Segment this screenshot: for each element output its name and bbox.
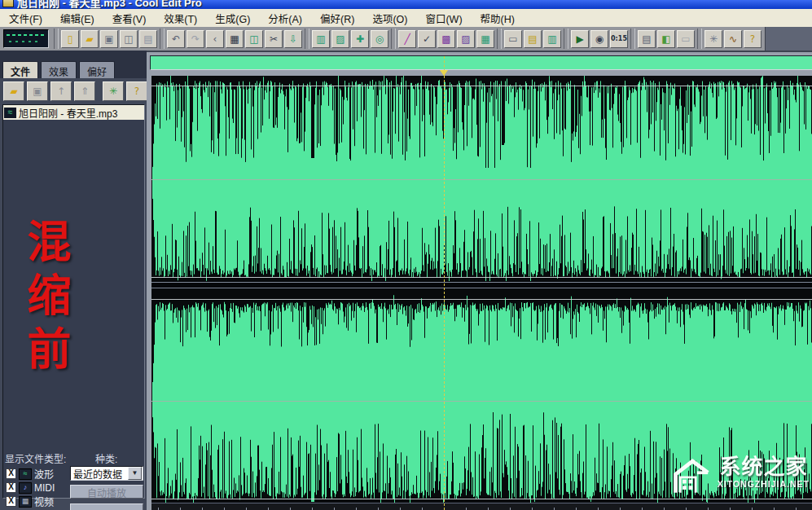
copy-button[interactable]: ◫	[245, 30, 263, 48]
save-as-button[interactable]: ◫	[120, 30, 138, 48]
window-title: 旭日阳刚 - 春天里.mp3 - Cool Edit Pro	[17, 0, 202, 9]
spectral-view-button[interactable]: ▩	[437, 30, 455, 48]
save-button[interactable]: ▣	[100, 30, 118, 48]
waveform-view-button[interactable]: ▦	[476, 30, 494, 48]
sort-selected-value: 最近的数据	[71, 467, 128, 481]
menu-bar: 文件(F)编辑(E)查看(V)效果(T)生成(G)分析(A)偏好(R)选项(O)…	[0, 9, 812, 28]
toolbar-separator	[160, 29, 165, 49]
waveform-icon: ≈	[19, 468, 32, 480]
filetype-label: MIDI	[34, 482, 55, 494]
toolbar-separator	[305, 29, 309, 49]
scripts-button[interactable]: ∿	[724, 30, 742, 48]
midi-icon: ♪	[19, 482, 32, 494]
find-beats-button[interactable]: ◎	[371, 30, 388, 48]
open-file-button[interactable]: ▰	[3, 81, 24, 101]
filetype-label: 波形	[34, 467, 54, 481]
filetypes-label: 显示文件类型:	[5, 451, 66, 465]
menu-item-2[interactable]: 查看(V)	[103, 9, 156, 28]
menu-item-0[interactable]: 文件(F)	[0, 9, 51, 28]
play-button[interactable]: ▶	[571, 30, 589, 48]
pencil-edit-button[interactable]: ╱	[398, 30, 416, 48]
options-button[interactable]: ✳	[103, 81, 124, 101]
repeat-last-button[interactable]: ‹	[206, 30, 224, 48]
menu-item-7[interactable]: 选项(O)	[363, 9, 416, 28]
paste-new-button[interactable]: ▥	[312, 30, 330, 48]
waveform-editor	[147, 51, 812, 510]
file-list-item[interactable]: ≈旭日阳刚 - 春天里.mp3	[3, 105, 144, 120]
selection-mode-button[interactable]: ✓	[418, 30, 436, 48]
help-button[interactable]: ?	[744, 30, 762, 48]
title-bar[interactable]: 旭日阳刚 - 春天里.mp3 - Cool Edit Pro	[0, 0, 812, 9]
cue-list-button[interactable]: ▭	[504, 30, 522, 48]
waveform-file-icon: ≈	[4, 108, 16, 118]
cut-button[interactable]: ✂	[265, 30, 283, 48]
toolbar-separator	[630, 29, 635, 49]
play-list-button[interactable]: ▥	[543, 30, 561, 48]
checkbox-MIDI[interactable]: X	[6, 482, 16, 493]
toolbar-separator	[697, 29, 702, 49]
toolbar-separator	[391, 29, 396, 49]
organizer-tabs: 文件效果偏好	[0, 51, 147, 78]
settings-button[interactable]: ✳	[704, 30, 722, 48]
file-list[interactable]: ≈旭日阳刚 - 春天里.mp3	[2, 104, 145, 499]
menu-item-1[interactable]: 编辑(E)	[51, 9, 103, 28]
filetype-row-视频: X▦视频	[6, 495, 55, 508]
overview-bar[interactable]	[150, 55, 812, 70]
video-icon: ▦	[19, 496, 32, 508]
timer-button[interactable]: 0:15	[610, 30, 628, 48]
levels-button[interactable]: ◧	[657, 30, 675, 48]
menu-item-5[interactable]: 分析(A)	[259, 9, 311, 28]
checkbox-波形[interactable]: X	[6, 468, 16, 479]
new-file-button[interactable]: ▯	[61, 30, 79, 48]
filetype-checkboxes: X≈波形X♪MIDIX▦视频	[6, 467, 55, 508]
file-name-label: 旭日阳刚 - 春天里.mp3	[19, 106, 117, 120]
tab-文件[interactable]: 文件	[2, 61, 38, 78]
waveform-canvas[interactable]	[151, 76, 812, 510]
autoplay-button[interactable]: 自动播放	[70, 485, 143, 499]
redo-button[interactable]: ↷	[187, 30, 204, 48]
filetype-label: 视频	[34, 495, 54, 508]
toolbar-separator	[564, 29, 568, 49]
trim-button[interactable]: ▦	[226, 30, 244, 48]
tab-偏好[interactable]: 偏好	[79, 61, 115, 78]
phase-view-button[interactable]: ▨	[457, 30, 475, 48]
sort-label: 种类:	[95, 451, 117, 465]
toolbar-separator	[54, 29, 59, 49]
chevron-down-icon[interactable]: ▼	[128, 467, 142, 480]
organizer-panel: 文件效果偏好 ▰▣↑⇑✳? ≈旭日阳刚 - 春天里.mp3 混缩前 显示文件类型…	[0, 51, 147, 510]
menu-item-3[interactable]: 效果(T)	[155, 9, 206, 28]
filetype-row-MIDI: X♪MIDI	[6, 481, 55, 495]
menu-item-4[interactable]: 生成(G)	[206, 9, 259, 28]
close-file-button: ▣	[27, 81, 48, 101]
menu-item-8[interactable]: 窗口(W)	[416, 9, 471, 28]
playhead-marker[interactable]	[440, 70, 448, 76]
zoom-button[interactable]: ◉	[590, 30, 608, 48]
toolbar-separator	[497, 29, 502, 49]
level-meter-widget[interactable]	[3, 29, 49, 48]
paste-button[interactable]: ⇩	[284, 30, 302, 48]
blank-window-button[interactable]: ▭	[677, 30, 695, 48]
save-selection-button[interactable]: ▤	[139, 30, 157, 48]
tab-效果[interactable]: 效果	[41, 61, 77, 78]
help-button[interactable]: ?	[126, 81, 147, 101]
mix-paste-button[interactable]: ▨	[331, 30, 349, 48]
app-icon	[2, 0, 14, 7]
menu-item-9[interactable]: 帮助(H)	[472, 9, 524, 28]
undo-button[interactable]: ↶	[167, 30, 185, 48]
marker-strip[interactable]	[150, 69, 812, 76]
filetype-row-波形: X≈波形	[6, 467, 55, 481]
checkbox-视频[interactable]: X	[6, 496, 16, 507]
open-file-button[interactable]: ▰	[81, 30, 99, 48]
organizer-toolbar: ▰▣↑⇑✳?	[3, 81, 147, 101]
sort-select[interactable]: 最近的数据 ▼	[70, 466, 143, 481]
insert-cd-button: ⇑	[74, 81, 95, 101]
cool-edit-pro-window: 旭日阳刚 - 春天里.mp3 - Cool Edit Pro 文件(F)编辑(E…	[0, 0, 812, 510]
frequency-button[interactable]: ▤	[638, 30, 656, 48]
eq-window-button[interactable]: ▤	[524, 30, 542, 48]
menu-item-6[interactable]: 偏好(R)	[311, 9, 363, 28]
toolbar-band: ▯▰▣◫▤↶↷‹▦◫✂⇩▥▨✚◎╱✓▩▨▦▭▤▥▶◉0:15▤◧▭✳∿?	[0, 27, 766, 51]
clipped-bottom-button[interactable]	[70, 503, 143, 510]
insert-multitrack-button[interactable]: ✚	[351, 30, 369, 48]
main-toolbar: ▯▰▣◫▤↶↷‹▦◫✂⇩▥▨✚◎╱✓▩▨▦▭▤▥▶◉0:15▤◧▭✳∿?	[0, 27, 812, 51]
insert-multitrack-button: ↑	[50, 81, 72, 101]
